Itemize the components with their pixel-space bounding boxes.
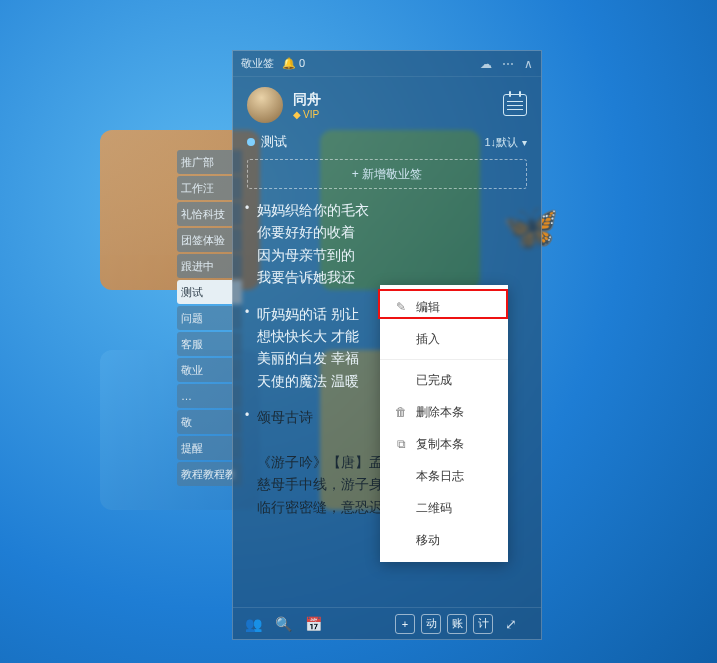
footer: 👥 🔍 📅 +动账计 ⤢ [233,607,541,639]
trash-icon: 🗑 [394,405,408,419]
chevron-down-icon: ▾ [522,137,527,148]
context-menu-item[interactable]: ⧉复制本条 [380,428,508,460]
collapse-icon[interactable]: ∧ [524,57,533,71]
footer-chip[interactable]: + [395,614,415,634]
copy-icon: ⧉ [394,437,408,451]
context-menu-item[interactable]: 移动 [380,524,508,556]
footer-chip[interactable]: 动 [421,614,441,634]
context-menu-item[interactable]: 已完成 [380,364,508,396]
context-menu-label: 二维码 [416,500,452,517]
header: 同舟 VIP [233,77,541,129]
vip-badge: VIP [293,109,321,120]
context-menu-label: 编辑 [416,299,440,316]
context-menu-label: 插入 [416,331,440,348]
bell-icon[interactable]: 🔔 0 [282,57,305,70]
calendar-icon[interactable] [503,94,527,116]
expand-icon[interactable]: ⤢ [501,614,521,634]
contacts-icon[interactable]: 👥 [243,614,263,634]
category-name[interactable]: 测试 [261,133,287,151]
footer-chip[interactable]: 账 [447,614,467,634]
context-menu-item[interactable]: 插入 [380,323,508,355]
note-item[interactable]: 妈妈织给你的毛衣你要好好的收着因为母亲节到的我要告诉她我还 [247,199,527,289]
context-menu-label: 移动 [416,532,440,549]
sort-dropdown[interactable]: 1↓默认▾ [484,135,527,150]
add-note-input[interactable]: + 新增敬业签 [247,159,527,189]
category-dot-icon [247,138,255,146]
search-icon[interactable]: 🔍 [273,614,293,634]
context-menu: ✎编辑插入已完成🗑删除本条⧉复制本条本条日志二维码移动 [380,285,508,562]
category-row: 测试 1↓默认▾ [233,129,541,159]
context-menu-item[interactable]: 本条日志 [380,460,508,492]
username: 同舟 [293,91,321,109]
calendar-footer-icon[interactable]: 📅 [303,614,323,634]
app-name: 敬业签 [241,56,274,71]
more-icon[interactable]: ⋯ [502,57,514,71]
context-menu-label: 删除本条 [416,404,464,421]
context-menu-item[interactable]: ✎编辑 [380,291,508,323]
context-menu-label: 本条日志 [416,468,464,485]
avatar[interactable] [247,87,283,123]
context-menu-label: 已完成 [416,372,452,389]
titlebar: 敬业签 🔔 0 ☁ ⋯ ∧ [233,51,541,77]
sync-icon[interactable]: ☁ [480,57,492,71]
context-menu-item[interactable]: 🗑删除本条 [380,396,508,428]
edit-icon: ✎ [394,300,408,314]
context-menu-label: 复制本条 [416,436,464,453]
context-menu-item[interactable]: 二维码 [380,492,508,524]
footer-chip[interactable]: 计 [473,614,493,634]
footer-chips: +动账计 [389,614,493,634]
